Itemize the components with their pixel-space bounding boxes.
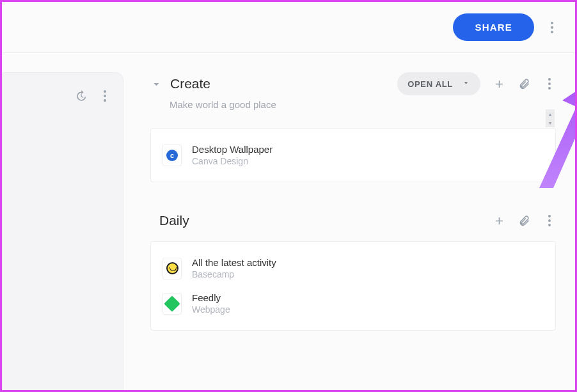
paperclip-icon[interactable]: [518, 78, 530, 90]
side-panel: [2, 72, 123, 392]
item-card: c Desktop Wallpaper Canva Design: [150, 128, 556, 182]
item-card: All the latest activity Basecamp Feedly …: [150, 241, 556, 331]
item-title: All the latest activity: [192, 257, 276, 268]
section-title: Daily: [159, 213, 189, 228]
topbar-overflow-menu[interactable]: [546, 19, 558, 36]
open-all-label: OPEN ALL: [407, 79, 453, 89]
history-icon[interactable]: [75, 90, 87, 102]
scroll-stepper[interactable]: ▴▾: [546, 109, 555, 127]
section-overflow-menu[interactable]: [543, 212, 556, 230]
feedly-icon: [162, 293, 182, 315]
section-title: Create: [170, 76, 210, 91]
list-item[interactable]: Feedly Webpage: [162, 286, 544, 321]
top-bar: SHARE: [2, 2, 575, 53]
list-item[interactable]: c Desktop Wallpaper Canva Design: [162, 137, 544, 173]
canva-icon: c: [162, 145, 182, 166]
item-subtitle: Canva Design: [192, 156, 273, 166]
item-title: Desktop Wallpaper: [192, 144, 273, 155]
share-button[interactable]: SHARE: [453, 13, 534, 41]
add-button[interactable]: [493, 78, 505, 90]
section-daily: Daily All: [150, 212, 556, 331]
add-button[interactable]: [493, 215, 505, 227]
item-title: Feedly: [192, 292, 230, 303]
chevron-down-icon[interactable]: [150, 78, 162, 90]
section-create: Create OPEN ALL: [150, 72, 556, 182]
open-all-button[interactable]: OPEN ALL: [397, 72, 480, 95]
item-subtitle: Webpage: [192, 304, 230, 315]
side-overflow-menu[interactable]: [99, 87, 111, 105]
main-content: Create OPEN ALL: [123, 53, 575, 386]
section-overflow-menu[interactable]: [543, 75, 556, 93]
basecamp-icon: [162, 258, 182, 279]
item-subtitle: Basecamp: [192, 269, 276, 279]
section-subtitle: Make world a good place: [170, 99, 556, 110]
paperclip-icon[interactable]: [518, 215, 530, 227]
list-item[interactable]: All the latest activity Basecamp: [162, 251, 544, 286]
chevron-down-icon: [462, 78, 470, 90]
